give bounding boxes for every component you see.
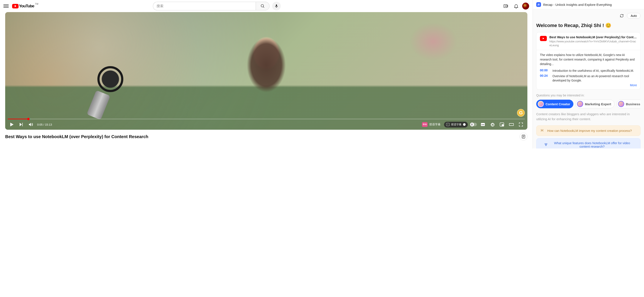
question-icon: [544, 143, 548, 147]
time-display: 0:05 / 15:13: [37, 123, 52, 126]
question-card[interactable]: How can NotebookLM improve my content cr…: [536, 125, 640, 136]
bilingual-badge-icon[interactable]: 中A: [422, 122, 428, 127]
subtitle-pill[interactable]: T 双语字幕: [444, 122, 468, 128]
persona-chip-business[interactable]: Business: [616, 100, 640, 108]
timestamp-text: Overview of NotebookLM as an AI-powered …: [552, 74, 637, 83]
svg-rect-6: [481, 123, 485, 126]
persona-label: Marketing Expert: [585, 102, 611, 106]
recap-body: Auto Welcome to Recap, Zhiqi Shi ! 😊 Bes…: [533, 9, 644, 149]
captions-button[interactable]: [479, 121, 487, 128]
microphone-icon: [274, 4, 278, 8]
video-area: G 0:05 / 15:13 中A 双语字幕 T 双语字幕: [0, 12, 532, 149]
question-card[interactable]: What unique features does NotebookLM off…: [536, 138, 640, 149]
video-frame: [5, 12, 528, 130]
persona-row: Content CreatorMarketing ExpertBusiness: [536, 100, 640, 108]
next-icon: [18, 122, 24, 127]
svg-rect-8: [483, 125, 484, 125]
question-icon: [540, 129, 544, 133]
svg-line-1: [263, 7, 264, 8]
youtube-header: YouTube TW: [0, 0, 532, 12]
question-text: How can NotebookLM improve my content cr…: [547, 129, 632, 133]
volume-button[interactable]: [27, 121, 34, 128]
channel-watermark[interactable]: G: [517, 109, 525, 117]
auto-button[interactable]: Auto: [627, 13, 640, 19]
video-title: Best Ways to use NotebookLM (over Perple…: [5, 134, 148, 139]
timestamp-row: 00:24Overview of NotebookLM as an AI-pow…: [540, 74, 637, 83]
persona-avatar-icon: [577, 101, 583, 107]
card-video-title[interactable]: Best Ways to use NotebookLM (over Perple…: [550, 36, 637, 39]
hamburger-menu-icon[interactable]: [4, 4, 9, 9]
persona-avatar-icon: [538, 101, 544, 107]
svg-rect-10: [502, 125, 504, 126]
card-video-url[interactable]: https://www.youtube.com/watch?v=YmVZkl6K…: [550, 40, 637, 47]
cc-box-icon: T: [446, 123, 450, 126]
transcript-button[interactable]: [520, 133, 528, 141]
persona-avatar-icon: [618, 101, 624, 107]
svg-rect-11: [509, 123, 514, 126]
refresh-icon: [620, 14, 624, 18]
subtitle-label: 双语字幕: [429, 123, 440, 126]
svg-point-19: [543, 131, 543, 132]
timestamp-text: Introduction to the usefulness of AI, sp…: [552, 69, 634, 73]
create-video-icon: [503, 4, 508, 9]
persona-label: Content Creator: [546, 102, 570, 106]
recap-header: R Recap - Unlock Insights and Explore Ev…: [533, 0, 644, 9]
user-avatar[interactable]: [522, 3, 529, 10]
search-button[interactable]: [256, 2, 270, 10]
notifications-button[interactable]: [512, 2, 520, 10]
youtube-play-icon: [12, 4, 18, 9]
svg-rect-7: [482, 125, 483, 125]
bell-icon: [514, 4, 519, 9]
question-text: What unique features does NotebookLM off…: [551, 141, 633, 148]
settings-button[interactable]: [488, 121, 496, 128]
timestamp-row: 00:00Introduction to the usefulness of A…: [540, 69, 637, 73]
miniplayer-button[interactable]: [498, 121, 506, 128]
youtube-brand-text: YouTube: [19, 4, 34, 9]
video-summary-card: Best Ways to use NotebookLM (over Perple…: [536, 32, 640, 90]
persona-label: Business: [626, 102, 640, 106]
timestamp-time[interactable]: 00:24: [540, 74, 550, 77]
refresh-button[interactable]: [619, 13, 625, 19]
search-input[interactable]: [153, 2, 256, 10]
timestamp-time[interactable]: 00:00: [540, 69, 550, 72]
recap-logo-icon: R: [536, 2, 541, 7]
toggle-dot-icon: [463, 123, 466, 126]
autoplay-toggle[interactable]: [470, 121, 477, 128]
play-button[interactable]: [8, 121, 16, 128]
recap-title: Recap - Unlock Insights and Explore Ever…: [543, 3, 612, 7]
persona-chip-content-creator[interactable]: Content Creator: [536, 100, 574, 108]
theater-icon: [509, 122, 514, 127]
svg-point-17: [543, 129, 543, 130]
more-link[interactable]: More: [540, 83, 637, 87]
svg-point-22: [546, 145, 546, 146]
search-container: [148, 2, 286, 10]
video-player[interactable]: G 0:05 / 15:13 中A 双语字幕 T 双语字幕: [5, 12, 528, 130]
transcript-icon: [521, 134, 526, 139]
play-icon: [9, 122, 14, 127]
volume-icon: [28, 122, 33, 127]
fullscreen-button[interactable]: [517, 121, 525, 128]
fullscreen-icon: [518, 122, 524, 127]
youtube-pane: YouTube TW: [0, 0, 532, 149]
persona-chip-marketing-expert[interactable]: Marketing Expert: [576, 100, 614, 108]
subtitle-pill-label: 双语字幕: [451, 123, 462, 126]
recap-panel: R Recap - Unlock Insights and Explore Ev…: [532, 0, 644, 149]
region-code: TW: [35, 3, 38, 5]
search-icon: [260, 4, 265, 9]
questions-label: Questions you may be interested in:: [536, 94, 640, 97]
create-button[interactable]: [502, 2, 510, 10]
next-button[interactable]: [17, 121, 25, 128]
svg-point-16: [541, 129, 542, 130]
youtube-mini-icon: [540, 36, 547, 41]
captions-icon: [480, 122, 486, 127]
youtube-logo[interactable]: YouTube TW: [12, 4, 38, 9]
video-frame-microphone: [89, 66, 128, 116]
welcome-heading: Welcome to Recap, Zhiqi Shi ! 😊: [536, 23, 640, 28]
summary-text: The video explains how to utilize Notebo…: [540, 53, 637, 66]
persona-description: Content creators like bloggers and vlogg…: [536, 112, 640, 122]
gear-icon: [490, 122, 495, 127]
theater-button[interactable]: [508, 121, 515, 128]
voice-search-button[interactable]: [272, 2, 281, 10]
player-controls: 0:05 / 15:13 中A 双语字幕 T 双语字幕: [5, 119, 528, 130]
miniplayer-icon: [499, 122, 504, 127]
